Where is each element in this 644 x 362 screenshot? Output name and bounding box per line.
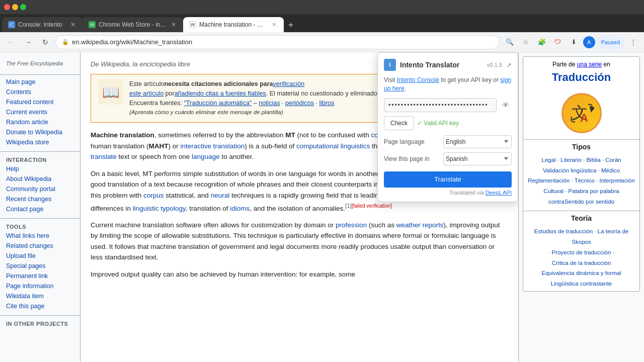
tipo-palabra[interactable]: Palabra por palabra (569, 188, 619, 194)
reload-button[interactable]: ↻ (38, 35, 52, 49)
translate-button[interactable]: Translate (384, 171, 512, 188)
tab-chrome-store[interactable]: W Chrome Web Store - intento ✕ (83, 17, 183, 32)
tab-close-1[interactable]: ✕ (69, 20, 76, 29)
sidebar-item-permanent[interactable]: Permanent link (0, 271, 80, 281)
back-button[interactable]: ← (4, 35, 18, 49)
interactive-link[interactable]: interactive translation (181, 142, 245, 150)
ref-1: [1] (345, 203, 352, 209)
paused-badge[interactable]: Paused (597, 35, 624, 49)
translate-link[interactable]: translate (91, 153, 117, 160)
deepl-link[interactable]: DeepL API (486, 190, 512, 196)
maximize-window-btn[interactable] (20, 4, 26, 10)
series-link[interactable]: una serie (577, 61, 602, 68)
sidebar-logo: The Free Encyclopedia (0, 56, 80, 72)
sidebar-item-upload[interactable]: Upload file (0, 251, 80, 261)
sidebar-item-featured[interactable]: Featured content (0, 97, 80, 107)
tipo-interpretacion[interactable]: Interpretación (600, 177, 635, 184)
browser-title-bar (0, 0, 644, 14)
check-row: Check ✓ Valid API key (384, 116, 512, 130)
source-link-3[interactable]: periódicos (285, 100, 314, 107)
tab-favicon-1: C (8, 21, 15, 28)
verification-link[interactable]: verificación (273, 80, 305, 87)
sidebar-item-related[interactable]: Related changes (0, 241, 80, 251)
tipo-tecnico[interactable]: Técnico (575, 177, 595, 184)
intento-desc-pre: Visit (384, 76, 397, 83)
sidebar-item-special[interactable]: Special pages (0, 261, 80, 271)
external-link-icon[interactable]: ↗ (506, 61, 512, 69)
tipo-literario[interactable]: Literario (560, 157, 582, 163)
sidebar-item-store[interactable]: Wikipedia store (0, 137, 80, 147)
close-window-btn[interactable] (4, 4, 10, 10)
idioms-link[interactable]: idioms (230, 204, 250, 212)
source-link-1[interactable]: "Traducción automática" (184, 100, 252, 107)
sidebar-item-wikidata[interactable]: Wikidata item (0, 291, 80, 301)
extensions-icon[interactable]: 🧩 (535, 35, 549, 49)
source-link-2[interactable]: noticias (259, 100, 280, 107)
sidebar-item-page-info[interactable]: Page information (0, 281, 80, 291)
sidebar-item-contents[interactable]: Contents (0, 87, 80, 97)
language-link[interactable]: language (192, 153, 220, 160)
minimize-window-btn[interactable] (12, 4, 18, 10)
tipo-coran[interactable]: Corán (605, 157, 621, 163)
search-icon[interactable]: 🔍 (503, 35, 517, 49)
parte-de-text: Parte de (552, 61, 575, 68)
sidebar-item-donate[interactable]: Donate to Wikipedia (0, 127, 80, 137)
tab-close-2[interactable]: ✕ (170, 20, 177, 29)
tipo-reglamentacion[interactable]: Reglamentación (528, 177, 570, 184)
target-language-select[interactable]: Spanish English French German (443, 152, 512, 165)
tab-wikipedia[interactable]: W Machine translation - Wikipedia ✕ (183, 17, 284, 32)
typology-link[interactable]: linguistic typology (133, 204, 186, 212)
check-button[interactable]: Check (384, 116, 414, 130)
menu-icon[interactable]: ⋮ (626, 35, 640, 49)
tipo-cultural[interactable]: Cultural (543, 188, 564, 194)
sidebar-item-about[interactable]: About Wikipedia (0, 174, 80, 184)
api-key-row: 👁 (384, 98, 512, 112)
weather-link[interactable]: weather reports (396, 221, 444, 229)
profession-link[interactable]: profession (336, 221, 367, 229)
profile-icon[interactable]: A (583, 36, 595, 48)
tipo-validacion[interactable]: Validación lingüística (543, 167, 597, 173)
sidebar-item-current-events[interactable]: Current events (0, 107, 80, 117)
page-language-row: Page language English Spanish French Ger… (384, 135, 512, 148)
forward-button[interactable]: → (21, 35, 35, 49)
teoria-linguistica[interactable]: Lingüística contrastante (551, 281, 612, 287)
intento-title: Intento Translator (400, 61, 483, 69)
tipo-medico[interactable]: Médico (601, 167, 620, 173)
sidebar-item-cite[interactable]: Cite this page (0, 301, 80, 311)
tipo-sentido[interactable]: Sentido por sentido (565, 199, 614, 205)
tab-console-intento[interactable]: C Console: Intento ✕ (2, 17, 83, 32)
sidebar-item-contact[interactable]: Contact page (0, 204, 80, 214)
teoria-estudios[interactable]: Estudios de traducción (534, 228, 593, 234)
new-tab-button[interactable]: + (284, 18, 298, 32)
tipo-legal[interactable]: Legal (542, 157, 556, 163)
address-bar[interactable]: 🔒 en.wikipedia.org/wiki/Machine_translat… (55, 35, 500, 49)
corpus-link[interactable]: corpus (143, 192, 164, 199)
teoria-proyecto[interactable]: Proyecto de traducción (552, 249, 611, 255)
source-link-4[interactable]: libros (319, 100, 334, 107)
neural-link[interactable]: neural (211, 192, 230, 199)
shield-icon[interactable]: 🛡 (551, 35, 565, 49)
browser-toolbar: ← → ↻ 🔒 en.wikipedia.org/wiki/Machine_tr… (0, 32, 644, 52)
sidebar-item-recent[interactable]: Recent changes (0, 194, 80, 204)
download-icon[interactable]: ⬇ (567, 35, 581, 49)
sidebar-item-random[interactable]: Random article (0, 117, 80, 127)
article-link[interactable]: este artículo (129, 90, 164, 97)
teoria-critica[interactable]: Crítica de la traducción (552, 260, 611, 266)
sidebar-item-help[interactable]: Help (0, 164, 80, 174)
sidebar-item-what-links[interactable]: What links here (0, 231, 80, 241)
console-link[interactable]: Intento Console (397, 76, 439, 83)
sources-link[interactable]: añadiendo citas a fuentes fiables (175, 90, 266, 97)
ref-failed: [failed verification] (352, 203, 392, 209)
star-icon[interactable]: ☆ (519, 35, 533, 49)
tipo-biblia[interactable]: Biblia (586, 157, 600, 163)
api-key-input[interactable] (384, 98, 497, 112)
sidebar-item-community[interactable]: Community portal (0, 184, 80, 194)
tab-close-3[interactable]: ✕ (271, 20, 278, 29)
computational-link[interactable]: computational linguistics (296, 142, 370, 150)
sidebar-item-main-page[interactable]: Main page (0, 77, 80, 87)
toggle-visibility-button[interactable]: 👁 (500, 99, 512, 111)
traduccion-title: Traducción (523, 68, 639, 89)
window-controls[interactable] (4, 4, 26, 10)
teoria-equivalencia[interactable]: Equivalencia dinámica y formal (541, 270, 621, 276)
page-language-select[interactable]: English Spanish French German (443, 135, 512, 148)
